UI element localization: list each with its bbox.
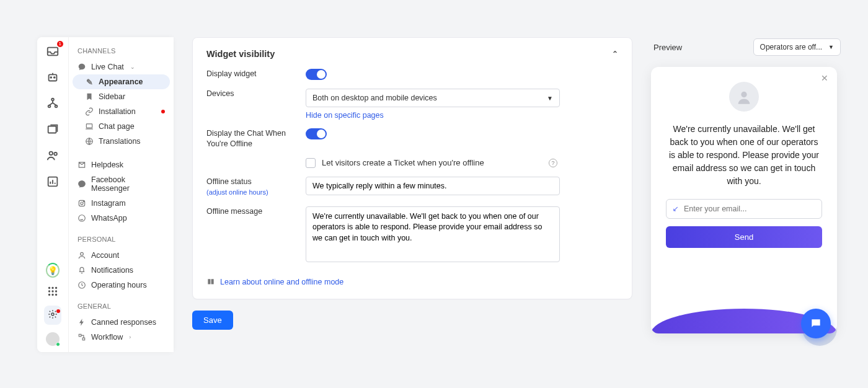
svg-point-19 — [55, 294, 57, 296]
card-title: Widget visibility ⌃ — [193, 49, 632, 63]
display-offline-toggle[interactable] — [306, 128, 327, 139]
sidebar-item-sidebar[interactable]: Sidebar — [69, 89, 174, 104]
svg-point-4 — [51, 99, 54, 101]
book-icon — [206, 278, 215, 286]
general-section-label: GENERAL — [69, 301, 174, 315]
collapse-icon[interactable]: ⌃ — [612, 50, 618, 58]
devices-select[interactable]: Both on desktop and mobile devices ▼ — [306, 89, 560, 107]
chevron-right-icon: › — [129, 334, 131, 340]
dropdown-arrow-icon: ▼ — [547, 95, 553, 102]
display-widget-label: Display widget — [206, 69, 293, 79]
link-icon — [85, 107, 94, 116]
chat-bubble-icon — [78, 63, 86, 71]
sidebar-item-livechat[interactable]: Live Chat⌄ — [69, 60, 174, 74]
bolt-icon — [78, 318, 86, 327]
preview-status-dropdown[interactable]: Operators are off... ▼ — [753, 38, 841, 56]
bell-icon — [78, 266, 86, 275]
chat-fab[interactable] — [801, 309, 831, 338]
whatsapp-icon — [78, 214, 86, 223]
collections-icon[interactable] — [46, 123, 60, 136]
ticket-label: Let visitors create a Ticket when you're… — [322, 158, 484, 167]
messenger-icon — [78, 180, 86, 188]
email-input-wrap[interactable]: ↘ — [666, 199, 822, 219]
user-avatar[interactable] — [46, 332, 60, 346]
send-button[interactable]: Send — [666, 226, 822, 248]
sidebar-item-installation[interactable]: Installation — [69, 104, 174, 119]
svg-point-24 — [81, 202, 83, 205]
email-input[interactable] — [684, 205, 815, 213]
svg-point-5 — [48, 105, 51, 108]
svg-point-3 — [54, 77, 55, 78]
chevron-down-icon: ⌄ — [130, 64, 135, 70]
sidebar-item-workflow[interactable]: Workflow› — [69, 330, 174, 345]
instagram-icon — [78, 199, 86, 208]
display-offline-label: Display the Chat When You're Offline — [206, 128, 293, 149]
icon-rail: 1 💡 — [37, 37, 68, 352]
sidebar-item-helpdesk[interactable]: Helpdesk — [69, 157, 174, 172]
hide-pages-link[interactable]: Hide on specific pages — [306, 111, 384, 120]
svg-rect-21 — [86, 124, 92, 128]
mail-icon — [78, 161, 86, 169]
sidebar-item-translations[interactable]: Translations — [69, 134, 174, 149]
alert-dot — [161, 110, 165, 113]
svg-point-9 — [54, 152, 57, 156]
svg-point-27 — [81, 252, 84, 255]
analytics-icon[interactable] — [46, 175, 60, 188]
apps-icon[interactable] — [46, 284, 60, 298]
bookmark-icon — [85, 92, 94, 101]
workflow-icon — [78, 333, 86, 342]
ticket-checkbox[interactable] — [306, 158, 316, 168]
svg-point-15 — [51, 290, 53, 292]
svg-point-18 — [51, 294, 53, 296]
laptop-icon — [85, 122, 94, 131]
save-button[interactable]: Save — [192, 311, 233, 330]
org-icon[interactable] — [46, 97, 60, 110]
sidebar-item-operating-hours[interactable]: Operating hours — [69, 278, 174, 293]
personal-section-label: PERSONAL — [69, 234, 174, 248]
sidebar-item-whatsapp[interactable]: WhatsApp — [69, 211, 174, 226]
svg-point-31 — [741, 92, 746, 97]
help-icon[interactable]: ? — [549, 159, 557, 167]
people-icon[interactable] — [46, 149, 60, 162]
sidebar-item-account[interactable]: Account — [69, 248, 174, 263]
svg-rect-7 — [48, 126, 56, 133]
svg-point-16 — [55, 290, 57, 292]
channels-section-label: CHANNELS — [69, 46, 174, 60]
sidebar-item-appearance[interactable]: ✎ Appearance — [73, 74, 170, 89]
pencil-icon: ✎ — [85, 77, 94, 86]
svg-point-13 — [55, 287, 57, 289]
sidebar-item-notifications[interactable]: Notifications — [69, 263, 174, 278]
settings-sidebar: CHANNELS Live Chat⌄ ✎ Appearance Sidebar… — [68, 37, 174, 352]
svg-point-20 — [51, 313, 54, 315]
svg-point-26 — [79, 215, 86, 222]
svg-point-14 — [48, 290, 50, 292]
svg-rect-29 — [79, 334, 81, 337]
svg-point-6 — [55, 105, 58, 108]
learn-link[interactable]: Learn about online and offline mode — [193, 267, 632, 286]
settings-icon[interactable] — [44, 306, 61, 325]
widget-visibility-card: Widget visibility ⌃ Display widget Devic… — [192, 37, 632, 299]
widget-avatar — [729, 82, 759, 112]
offline-message-textarea[interactable] — [306, 206, 560, 262]
idea-icon[interactable]: 💡 — [46, 263, 60, 277]
sidebar-item-instagram[interactable]: Instagram — [69, 196, 174, 211]
sidebar-item-facebook[interactable]: Facebook Messenger — [69, 172, 174, 196]
offline-status-input[interactable] — [306, 177, 560, 195]
preview-label: Preview — [653, 43, 682, 52]
svg-point-2 — [50, 77, 51, 78]
svg-point-8 — [50, 152, 53, 156]
svg-rect-30 — [82, 338, 85, 340]
svg-point-11 — [48, 287, 50, 289]
close-icon[interactable]: ✕ — [821, 73, 828, 83]
globe-icon — [85, 137, 94, 146]
bot-icon[interactable] — [46, 71, 60, 84]
offline-status-label: Offline status (adjust online hours) — [206, 177, 293, 198]
display-widget-toggle[interactable] — [306, 69, 327, 80]
offline-message-label: Offline message — [206, 206, 293, 217]
inbox-icon[interactable]: 1 — [46, 45, 60, 58]
clock-icon — [78, 281, 86, 289]
arrow-icon: ↘ — [671, 206, 680, 212]
sidebar-item-chatpage[interactable]: Chat page — [69, 119, 174, 134]
sidebar-item-canned[interactable]: Canned responses — [69, 315, 174, 330]
adjust-hours-link[interactable]: (adjust online hours) — [206, 188, 268, 196]
